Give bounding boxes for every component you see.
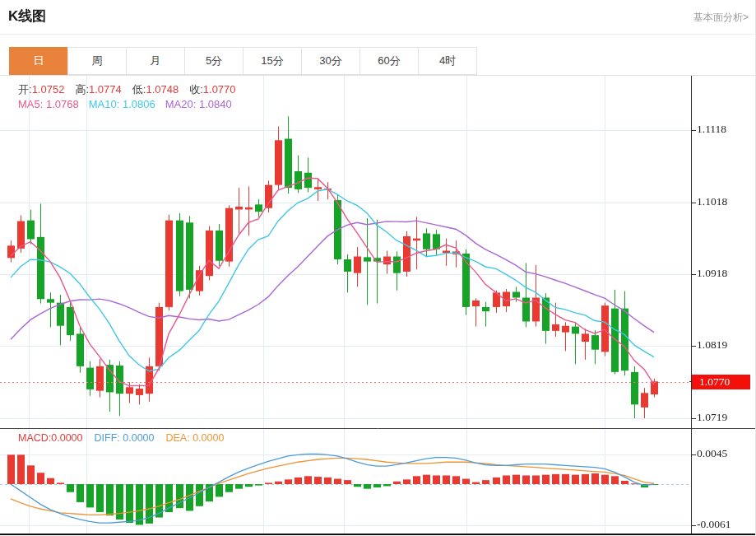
kline-widget: { "header": { "title": "K线图", "link": "基… [0, 0, 756, 536]
tab-5min[interactable]: 5分 [184, 47, 243, 75]
price-axis-label: 1.0819 [697, 338, 727, 352]
tab-4hour[interactable]: 4时 [418, 47, 477, 75]
high-label: 高: [75, 83, 89, 96]
tab-month[interactable]: 月 [126, 47, 185, 75]
low-label: 低: [132, 83, 146, 96]
period-tabs: 日周月5分15分30分60分4时 [9, 47, 477, 75]
high-value: 1.0774 [89, 83, 122, 96]
macd-axis-label: -0.0061 [697, 518, 731, 531]
ohlc-legend: 开:1.0752高:1.0774低:1.0748收:1.0770 [18, 82, 247, 97]
price-axis-label: 1.0719 [697, 411, 727, 424]
tab-day[interactable]: 日 [9, 47, 68, 75]
kline-chart-canvas[interactable] [0, 0, 756, 536]
tab-15min[interactable]: 15分 [243, 47, 302, 75]
ma-legend: MA5: 1.0768MA10: 1.0806MA20: 1.0840 [18, 98, 232, 110]
ma5-value: MA5: 1.0768 [18, 98, 79, 110]
page-title: K线图 [8, 7, 46, 26]
low-value: 1.0748 [146, 83, 179, 96]
price-axis-label: 1.0918 [697, 267, 727, 280]
diff-value: DIFF: 0.0000 [95, 432, 155, 444]
fundamental-analysis-link[interactable]: 基本面分析> [693, 11, 749, 25]
tabbar-divider [0, 75, 756, 76]
tab-week[interactable]: 周 [67, 47, 127, 75]
price-axis-label: 1.1118 [697, 123, 726, 136]
open-label: 开: [18, 83, 32, 96]
current-price-badge: 1.0770 [692, 375, 750, 389]
close-label: 收: [189, 83, 203, 96]
macd-legend: MACD:0.0000DIFF: 0.0000DEA: 0.0000 [18, 432, 224, 444]
widget-header: K线图 基本面分析> [0, 0, 756, 35]
open-value: 1.0752 [32, 83, 65, 96]
close-value: 1.0770 [203, 83, 236, 96]
macd-axis-label: 0.0045 [697, 447, 727, 460]
price-axis-label: 1.1018 [697, 195, 727, 208]
macd-value: MACD:0.0000 [18, 432, 83, 444]
tab-30min[interactable]: 30分 [301, 47, 360, 75]
dea-value: DEA: 0.0000 [165, 432, 224, 444]
ma10-value: MA10: 1.0806 [89, 98, 155, 110]
tab-60min[interactable]: 60分 [359, 47, 419, 75]
ma20-value: MA20: 1.0840 [165, 98, 232, 110]
